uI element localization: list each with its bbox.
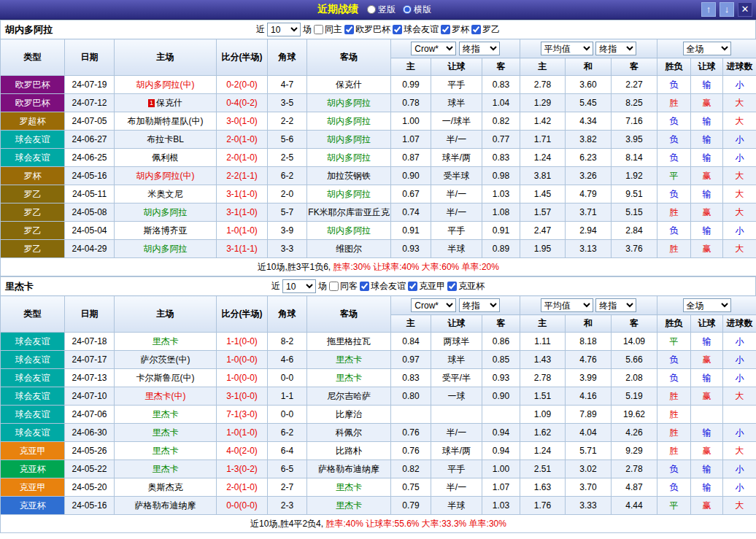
match-date: 24-07-18 [65, 333, 115, 351]
euro-period-select[interactable]: 终指 [595, 298, 636, 312]
col-score: 比分(半场) [217, 39, 268, 76]
match-row: 球会友谊24-07-18里杰卡1-1(0-0)8-2拖里格拉瓦0.84两球半0.… [1, 333, 756, 351]
away-team: 科佩尔 [307, 424, 391, 442]
away-team: FK米耶尔库雷亚丘克 [307, 203, 391, 222]
goals-result-cell: 小 [723, 149, 756, 167]
asia-handicap: 一/球半 [431, 112, 482, 131]
asia-home-odds: 0.91 [391, 222, 431, 240]
col-euro-home: 主 [520, 315, 566, 333]
bookmaker-select[interactable]: Crow* [411, 42, 456, 55]
away-team: 里杰卡 [307, 369, 391, 387]
match-date: 24-07-10 [65, 387, 115, 406]
layout-horizontal-option[interactable]: 横版 [403, 4, 431, 16]
euro-draw-odds: 3.26 [566, 167, 612, 185]
league-checkbox[interactable] [393, 25, 402, 34]
euro-home-odds: 1.95 [520, 240, 566, 258]
euro-away-odds: 3.95 [612, 131, 657, 149]
match-row: 罗乙24-05-11米奥文尼3-1(1-0)2-0胡内多阿拉0.67半/一1.0… [1, 185, 756, 203]
league-checkbox[interactable] [408, 282, 417, 291]
league-filter-option[interactable]: 欧罗巴杯 [344, 23, 390, 36]
corner-score: 4-7 [268, 76, 307, 94]
matches-label: 场 [303, 23, 312, 36]
league-filter-option[interactable]: 罗乙 [471, 23, 500, 36]
league-checkbox[interactable] [447, 282, 457, 291]
asia-period-select[interactable]: 终指 [459, 298, 500, 312]
handicap-result-cell: 输 [691, 76, 723, 94]
section-bar-team2: 里杰卡 近 10 场 同客 球会友谊 克亚甲 克亚杯 [0, 276, 756, 295]
same-venue-option[interactable]: 同主 [314, 23, 342, 36]
col-euro-away: 客 [612, 58, 657, 76]
col-home: 主场 [115, 39, 217, 76]
asia-odds-header: Crow* 终指 [391, 39, 520, 58]
result-cell: 负 [657, 351, 691, 369]
euro-period-select[interactable]: 终指 [595, 42, 636, 55]
league-badge: 球会友谊 [1, 131, 65, 149]
goals-result-cell: 小 [723, 131, 756, 149]
match-count-select[interactable]: 10 [282, 279, 316, 293]
home-team: 萨格勒布迪纳摩 [115, 497, 217, 515]
home-team: 胡内多阿拉(中) [115, 76, 217, 94]
asia-home-odds: 0.76 [391, 442, 431, 460]
league-badge: 欧罗巴杯 [1, 76, 65, 94]
close-button[interactable]: ✕ [738, 2, 752, 17]
handicap-result-cell: 输 [691, 478, 723, 497]
scope-select[interactable]: 全场 [683, 298, 731, 312]
league-checkbox[interactable] [441, 25, 450, 34]
titlebar: 近期战绩 竖版 横版 ↑ ↓ ✕ [0, 0, 756, 20]
asia-away-odds: 0.83 [482, 76, 520, 94]
result-cell: 负 [657, 76, 691, 94]
result-cell: 负 [657, 185, 691, 203]
scope-select[interactable]: 全场 [683, 42, 731, 55]
euro-draw-odds: 8.18 [566, 333, 612, 351]
page-title: 近期战绩 [317, 3, 358, 16]
league-checkbox[interactable] [360, 282, 369, 291]
horizontal-radio[interactable] [403, 5, 412, 14]
match-score: 2-0(1-0) [217, 131, 268, 149]
filter-bar: 近 10 场 同客 球会友谊 克亚甲 克亚杯 [271, 279, 485, 293]
euro-home-odds: 1.57 [520, 203, 566, 222]
result-cell: 负 [657, 460, 691, 478]
euro-average-select[interactable]: 平均值 [541, 42, 593, 55]
league-filter-option[interactable]: 球会友谊 [393, 23, 439, 36]
asia-period-select[interactable]: 终指 [459, 42, 500, 55]
result-cell: 胜 [657, 442, 691, 460]
asia-handicap: 半/一 [431, 203, 482, 222]
result-cell: 负 [657, 222, 691, 240]
titlebar-buttons: ↑ ↓ ✕ [701, 2, 752, 17]
up-button[interactable]: ↑ [701, 2, 716, 17]
same-venue-checkbox[interactable] [314, 25, 323, 34]
euro-away-odds: 7.16 [612, 112, 657, 131]
bookmaker-select[interactable]: Crow* [411, 298, 456, 312]
match-count-select[interactable]: 10 [267, 23, 301, 36]
match-date: 24-05-08 [65, 203, 115, 222]
corner-score: 4-6 [268, 351, 307, 369]
league-filter-option[interactable]: 罗杯 [441, 23, 469, 36]
euro-away-odds: 2.27 [612, 76, 657, 94]
euro-away-odds: 14.09 [612, 333, 657, 351]
col-corner: 角球 [268, 39, 307, 76]
result-cell: 负 [657, 478, 691, 497]
corner-score: 2-0 [268, 185, 307, 203]
same-venue-option[interactable]: 同客 [329, 280, 358, 292]
league-checkbox[interactable] [344, 25, 354, 34]
corner-score: 6-5 [268, 460, 307, 478]
asia-away-odds: 0.85 [482, 351, 520, 369]
match-row: 欧罗巴杯24-07-121保克什0-4(0-2)3-5胡内多阿拉0.78球半1.… [1, 94, 756, 112]
result-cell: 平 [657, 333, 691, 351]
result-cell: 胜 [657, 387, 691, 406]
layout-vertical-option[interactable]: 竖版 [367, 4, 396, 16]
up-arrow-icon: ↑ [706, 4, 711, 15]
league-filter-option[interactable]: 克亚杯 [447, 280, 485, 292]
handicap-result-cell: 赢 [691, 497, 723, 515]
league-filter-option[interactable]: 球会友谊 [360, 280, 406, 292]
same-venue-checkbox[interactable] [329, 282, 339, 291]
horizontal-label: 横版 [414, 4, 431, 16]
league-filter-option[interactable]: 克亚甲 [408, 280, 445, 292]
vertical-radio[interactable] [367, 5, 376, 14]
euro-average-select[interactable]: 平均值 [541, 298, 593, 312]
down-button[interactable]: ↓ [720, 2, 734, 17]
asia-handicap: 平手 [431, 76, 482, 94]
goals-result-cell: 大 [723, 387, 756, 406]
league-checkbox[interactable] [471, 25, 481, 34]
match-date: 24-05-16 [65, 167, 115, 185]
